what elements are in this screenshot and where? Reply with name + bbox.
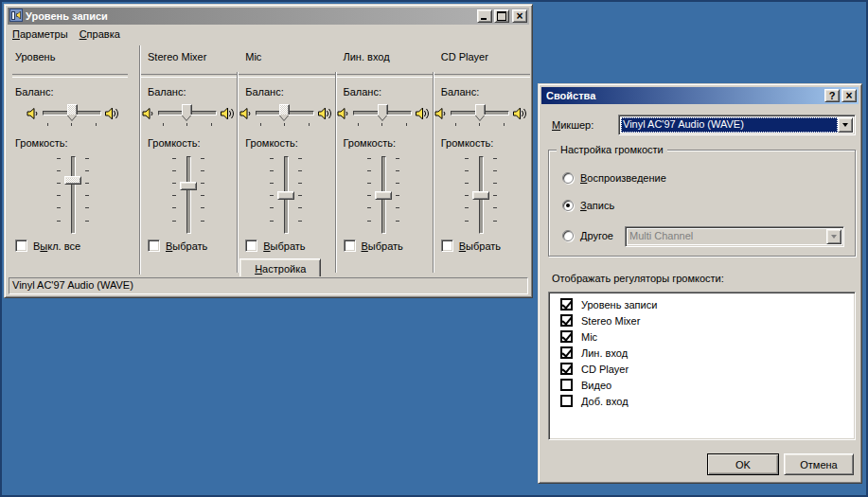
list-item[interactable]: Stereo Mixer (549, 312, 855, 328)
radio-option-row[interactable]: Другое (562, 230, 613, 241)
mixer-combobox[interactable]: Vinyl AC'97 Audio (WAVE) (618, 115, 856, 135)
balance-slider[interactable] (43, 102, 101, 127)
volume-tick-marks-right (493, 158, 497, 233)
balance-slider-thumb[interactable] (378, 104, 388, 120)
header-separator (139, 74, 237, 78)
volume-slider-track-area[interactable] (471, 156, 490, 234)
select-checkbox-row[interactable]: Выбрать (344, 240, 433, 252)
balance-slider-thumb[interactable] (475, 104, 486, 120)
list-item[interactable]: Видео (549, 377, 855, 393)
list-item-checkbox[interactable] (560, 379, 573, 391)
radio-option-row[interactable]: Запись (562, 200, 614, 211)
settings-button[interactable]: Настройка (239, 258, 321, 276)
select-checkbox[interactable] (148, 240, 160, 252)
balance-slider[interactable] (451, 102, 509, 127)
list-item[interactable]: CD Player (549, 361, 855, 377)
volume-slider-track-area[interactable] (179, 156, 198, 234)
volume-slider-track-area[interactable] (63, 156, 82, 234)
list-item-checkbox[interactable] (560, 330, 573, 343)
list-item-label: Лин. вход (581, 347, 628, 359)
volume-slider[interactable] (169, 156, 207, 234)
balance-thumb-face[interactable] (378, 104, 388, 115)
volume-tick-marks-left (172, 158, 176, 233)
checkbox-label: Выкл. все (33, 240, 80, 252)
balance-label: Баланс: (441, 86, 530, 99)
volume-slider-thumb[interactable] (375, 191, 392, 200)
header-separator (12, 74, 128, 78)
mixer-combobox-dropdown-button[interactable] (838, 117, 853, 133)
list-item-label: Уровень записи (581, 299, 657, 311)
volume-tick-marks-right (85, 158, 89, 233)
radio-option-row[interactable]: Воспроизведение (562, 172, 666, 184)
maximize-button[interactable] (494, 9, 509, 23)
recorder-titlebar[interactable]: Уровень записи × (8, 8, 529, 25)
volume-slider[interactable] (364, 156, 402, 234)
volume-slider-track-area[interactable] (276, 156, 295, 234)
other-combobox[interactable]: Multi Channel (625, 226, 844, 247)
mute-all-checkbox[interactable] (15, 240, 27, 252)
select-checkbox-row[interactable]: Выбрать (441, 240, 530, 252)
ok-button[interactable]: OK (707, 453, 779, 475)
balance-thumb-point (475, 115, 485, 120)
radio-button[interactable] (562, 200, 574, 211)
volume-tick-marks-right (201, 158, 204, 233)
minimize-button[interactable] (477, 9, 492, 23)
radio-button[interactable] (562, 172, 574, 184)
list-item[interactable]: Лин. вход (549, 345, 855, 361)
volume-slider-thumb[interactable] (472, 191, 489, 200)
properties-titlebar[interactable]: Свойства ? × (541, 87, 859, 104)
cancel-button[interactable]: Отмена (784, 453, 854, 475)
select-checkbox[interactable] (441, 240, 453, 252)
balance-slider-thumb[interactable] (67, 104, 78, 120)
volume-slider-thumb[interactable] (64, 176, 81, 185)
volume-slider[interactable] (267, 156, 305, 234)
balance-slider-thumb[interactable] (279, 104, 290, 120)
balance-thumb-face[interactable] (67, 104, 78, 115)
volume-tick-marks-left (465, 158, 469, 233)
balance-slider[interactable] (158, 102, 217, 127)
balance-label: Баланс: (344, 86, 433, 99)
select-checkbox[interactable] (245, 240, 257, 252)
groupbox-title: Настройка громкости (557, 144, 667, 155)
balance-row (433, 100, 530, 129)
select-checkbox[interactable] (344, 240, 356, 252)
list-item-checkbox[interactable] (560, 395, 573, 407)
balance-thumb-face[interactable] (475, 104, 486, 115)
volume-slider-track-area[interactable] (374, 156, 393, 234)
list-item-checkbox[interactable] (560, 298, 573, 311)
other-combobox-dropdown-button[interactable] (826, 229, 841, 244)
list-item[interactable]: Mic (549, 328, 855, 345)
properties-dialog-body: Микшер: Vinyl AC'97 Audio (WAVE) Настрой… (540, 105, 859, 481)
list-item-checkbox[interactable] (560, 314, 573, 327)
dialog-close-button[interactable]: × (841, 89, 857, 102)
close-button[interactable]: × (512, 9, 527, 23)
volume-slider-thumb[interactable] (180, 182, 197, 190)
balance-slider-thumb[interactable] (182, 104, 192, 120)
volume-slider[interactable] (462, 156, 500, 234)
list-item-label: Mic (581, 331, 597, 343)
list-item[interactable]: Доб. вход (549, 393, 855, 409)
menu-item-help[interactable]: Справка (74, 27, 126, 43)
mute-all-checkbox-row[interactable]: Выкл. все (15, 240, 139, 252)
list-item[interactable]: Уровень записи (549, 296, 855, 312)
volume-slider-track[interactable] (186, 156, 191, 234)
channel-name: CD Player (433, 44, 530, 66)
balance-slider[interactable] (353, 102, 412, 127)
radio-button[interactable] (562, 230, 574, 241)
balance-thumb-face[interactable] (182, 104, 192, 115)
mixer-label: Микшер: (552, 119, 593, 131)
select-checkbox-row[interactable]: Выбрать (245, 240, 334, 252)
select-checkbox-row[interactable]: Выбрать (148, 240, 237, 252)
menu-item-parameters[interactable]: Параметры (7, 27, 74, 43)
help-button[interactable]: ? (824, 89, 840, 102)
list-item-checkbox[interactable] (560, 363, 573, 375)
channel-column: MicБаланс:Громкость:ВыбратьНастройка (237, 44, 334, 276)
list-item-checkbox[interactable] (560, 346, 573, 359)
volume-slider-thumb[interactable] (277, 191, 294, 200)
volume-slider[interactable] (54, 156, 92, 234)
balance-thumb-face[interactable] (279, 104, 290, 115)
volume-slider-track[interactable] (71, 156, 76, 234)
volume-controls-listbox[interactable]: Уровень записиStereo MixerMicЛин. входCD… (548, 292, 856, 440)
chevron-down-icon (831, 235, 837, 239)
balance-slider[interactable] (256, 102, 314, 127)
